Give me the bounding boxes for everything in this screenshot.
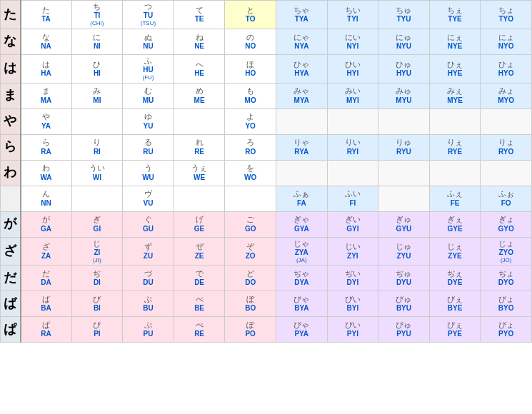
kana-character: へ (175, 60, 224, 69)
kana-character: みぇ (431, 86, 480, 96)
romaji-text: YU (124, 122, 173, 131)
kana-character: と (226, 6, 275, 15)
kana-cell: みぇMYE (429, 83, 481, 108)
kana-cell: ゆYU (123, 108, 174, 134)
kana-cell: づDU (123, 266, 174, 291)
kana-character: びゃ (277, 295, 326, 304)
kana-character: りょ (481, 138, 531, 147)
kana-cell: ぎぇGYE (429, 211, 481, 237)
romaji-text: NO (226, 42, 275, 51)
romaji-text: GI (73, 225, 122, 233)
kana-character: ぶ (124, 295, 173, 304)
kana-cell: りゅRYU (378, 134, 430, 160)
kana-cell: びゃBYA (276, 291, 327, 317)
kana-cell: ういWI (71, 160, 123, 186)
romaji-text: ZO (226, 252, 275, 261)
romaji-text: DYI (328, 278, 378, 287)
kana-cell: じいZYI (327, 237, 378, 266)
romaji-text: NN (22, 199, 71, 208)
romaji-text: GA (22, 225, 71, 233)
romaji-text: RA (22, 148, 71, 156)
kana-character: じゃ (277, 239, 326, 248)
kana-character: ぼ (226, 295, 275, 304)
romaji-text: WA (22, 173, 71, 182)
kana-cell: ひょHYO (481, 54, 532, 83)
kana-character: ひ (73, 60, 122, 69)
kana-character: ば (22, 295, 71, 304)
table-row: ららRAりRIるRUれREろROりゃRYAりいRYIりゅRYUりぇRYEりょRY… (1, 134, 532, 160)
kana-character: にぇ (431, 33, 480, 42)
romaji-text: ZA (22, 252, 71, 261)
romaji-text: WO (226, 173, 275, 182)
kana-cell: びいBYI (327, 291, 378, 317)
romaji-text: RE (175, 148, 224, 156)
romaji-text: HU (124, 66, 173, 74)
romaji-text: PYO (481, 330, 531, 338)
romaji-text: PI (73, 330, 122, 338)
kana-cell: じゃZYA(JA) (276, 237, 327, 266)
kana-character: じい (328, 242, 378, 251)
kana-cell (174, 186, 225, 211)
romaji-text: GU (124, 225, 173, 233)
romaji-text: RYO (481, 148, 531, 156)
romaji-text: BYI (328, 304, 378, 313)
kana-character: ぎょ (481, 215, 531, 224)
romaji-text: DU (124, 278, 173, 287)
kana-cell (276, 108, 327, 134)
kana-cell: りょRYO (481, 134, 532, 160)
kana-cell: ひゃHYA (276, 54, 327, 83)
kana-character: て (175, 6, 224, 15)
kana-character: り (73, 138, 122, 147)
kana-character: りぇ (431, 138, 480, 147)
romaji-text: BYO (481, 304, 531, 313)
kana-character: を (226, 163, 275, 173)
romaji-text: GE (175, 225, 224, 233)
kana-cell: だDA (21, 266, 72, 291)
kana-character: ぎぇ (431, 215, 480, 224)
romaji-text: BU (124, 304, 173, 313)
romaji-text: FI (328, 199, 378, 208)
romaji-text: GYI (328, 225, 378, 233)
kana-character: みゅ (379, 86, 428, 96)
table-row: ままMAみMIむMUめMEもMOみゃMYAみいMYIみゅMYUみぇMYEみょMY… (1, 83, 532, 108)
kana-cell: わWA (21, 160, 72, 186)
kana-character: げ (175, 215, 224, 224)
romaji-text: NYO (481, 42, 531, 51)
row-header (1, 186, 21, 211)
kana-cell: みMI (71, 83, 123, 108)
romaji-text: BYA (277, 304, 326, 313)
romaji-text: NYU (379, 42, 428, 51)
kana-character: ぢぇ (431, 269, 480, 278)
kana-character: つ (124, 2, 173, 11)
kana-cell: ざZA (21, 237, 72, 266)
kana-character: みょ (481, 86, 531, 96)
kana-cell: じZI(JI) (71, 237, 123, 266)
romaji-alt-text: (JI) (73, 257, 122, 264)
romaji-alt-text: (CHI) (73, 20, 122, 27)
kana-character: ぢ (73, 269, 122, 278)
kana-character: よ (226, 112, 275, 121)
kana-cell: どDO (225, 266, 276, 291)
kana-cell: ひいHYI (327, 54, 378, 83)
romaji-text: NA (22, 42, 71, 51)
kana-character: な (22, 33, 71, 42)
kana-character: ぴぇ (431, 320, 480, 330)
romaji-text: ZYU (379, 252, 428, 261)
kana-cell: ちゅTYU (378, 1, 430, 29)
kana-character: うぇ (175, 163, 224, 173)
kana-character: ず (124, 242, 173, 251)
romaji-text: TYA (277, 15, 326, 24)
kana-character: ちい (328, 6, 378, 15)
romaji-text: ZYO (481, 248, 531, 257)
kana-character: じぇ (431, 242, 480, 251)
romaji-text: TE (175, 15, 224, 24)
romaji-text: BO (226, 304, 275, 313)
romaji-text: HYI (328, 69, 378, 78)
romaji-text: TO (226, 15, 275, 24)
kana-cell: ふぉFO (481, 186, 532, 211)
kana-cell (174, 108, 225, 134)
romaji-text: PYE (431, 330, 480, 338)
kana-character: れ (175, 138, 224, 147)
kana-character: りゅ (379, 138, 428, 147)
kana-character: ひゃ (277, 60, 326, 69)
